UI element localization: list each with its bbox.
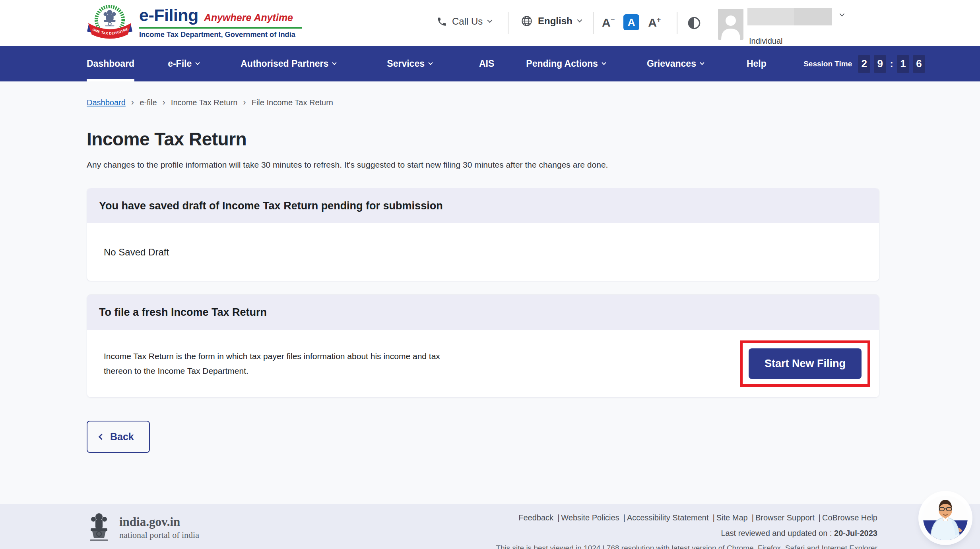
session-digit: 6 xyxy=(913,55,925,73)
person-silhouette-icon xyxy=(718,9,743,40)
ashoka-emblem-icon xyxy=(87,510,111,545)
footer-link-browser-support[interactable]: Browser Support xyxy=(755,513,815,522)
fresh-filing-card-header: To file a fresh Income Tax Return xyxy=(87,295,879,330)
nav-item-help[interactable]: Help xyxy=(747,46,767,81)
font-size-controls: A− A A+ xyxy=(602,14,661,30)
footer-link-accessibility-statement[interactable]: Accessibility Statement xyxy=(627,513,709,522)
brand-name: e-Filing xyxy=(139,6,198,25)
normal-font-button[interactable]: A xyxy=(623,14,639,30)
header-divider xyxy=(593,12,594,34)
nav-item-pending-actions[interactable]: Pending Actions xyxy=(526,46,605,81)
logo-subtitle: Income Tax Department, Government of Ind… xyxy=(139,30,295,39)
income-tax-dept-emblem-icon: INCOME TAX DEPARTMENT xyxy=(87,2,133,43)
globe-icon xyxy=(521,15,533,27)
page-note: Any changes to the profile information w… xyxy=(87,160,980,170)
breadcrumb-file-income-tax-return: File Income Tax Return xyxy=(252,98,333,107)
session-digit: 9 xyxy=(874,55,886,73)
chatbot-launcher[interactable] xyxy=(923,496,968,540)
breadcrumb-separator: › xyxy=(163,97,165,108)
back-button[interactable]: Back xyxy=(87,421,150,453)
language-label: English xyxy=(538,15,572,27)
highlight-annotation-box: Start New Filing xyxy=(740,340,870,387)
breadcrumb: Dashboard › e-file › Income Tax Return ›… xyxy=(87,81,980,108)
user-name-redacted xyxy=(747,8,832,25)
chevron-down-icon xyxy=(700,60,704,65)
footer-links-row: Feedback|Website Policies|Accessibility … xyxy=(496,513,877,522)
brand-tagline: Anywhere Anytime xyxy=(204,12,293,23)
portal-title: india.gov.in xyxy=(119,515,199,529)
page-footer: india.gov.in national portal of india Fe… xyxy=(0,504,980,549)
efiling-portal-page: { "colors": { "nav_blue": "#2d3b8e", "di… xyxy=(0,0,980,549)
last-reviewed-line: Last reviewed and updated on : 20-Jul-20… xyxy=(496,529,877,538)
chevron-down-icon xyxy=(487,17,493,23)
efiling-logo[interactable]: INCOME TAX DEPARTMENT e-Filing Anywhere … xyxy=(87,2,302,43)
breadcrumb-income-tax-return[interactable]: Income Tax Return xyxy=(171,98,238,107)
nav-item-ais[interactable]: AIS xyxy=(479,46,494,81)
chevron-down-icon xyxy=(428,60,433,65)
contrast-icon xyxy=(687,16,701,30)
nav-item-dashboard[interactable]: Dashboard xyxy=(87,46,134,81)
chatbot-assistant-icon xyxy=(923,496,968,540)
footer-link-feedback[interactable]: Feedback xyxy=(518,513,553,522)
chevron-left-icon xyxy=(99,434,105,440)
chevron-down-icon xyxy=(602,60,606,65)
user-role-label: Individual xyxy=(749,37,783,46)
logo-text-block: e-Filing Anywhere Anytime Income Tax Dep… xyxy=(139,6,302,39)
page-title: Income Tax Return xyxy=(87,128,980,150)
main-content: Dashboard › e-file › Income Tax Return ›… xyxy=(0,81,980,453)
portal-subtitle: national portal of india xyxy=(119,530,199,540)
user-menu-chevron-icon[interactable] xyxy=(840,12,845,17)
nav-item-grievances[interactable]: Grievances xyxy=(647,46,704,81)
start-new-filing-button[interactable]: Start New Filing xyxy=(749,348,862,379)
phone-icon xyxy=(437,16,447,27)
nav-item-e-file[interactable]: e-File xyxy=(168,46,199,81)
header-divider xyxy=(508,12,508,34)
footer-link-site-map[interactable]: Site Map xyxy=(716,513,748,522)
session-digit: 1 xyxy=(897,55,909,73)
call-us-menu[interactable]: Call Us xyxy=(437,16,491,27)
top-header: INCOME TAX DEPARTMENT e-Filing Anywhere … xyxy=(0,0,980,46)
saved-draft-card-header: You have saved draft of Income Tax Retur… xyxy=(87,188,879,223)
no-saved-draft-text: No Saved Draft xyxy=(104,247,169,258)
contrast-toggle[interactable] xyxy=(687,16,701,32)
back-button-label: Back xyxy=(110,431,134,443)
session-time-label: Session Time xyxy=(803,60,852,68)
best-viewed-note: This site is best viewed in 1024 | 768 r… xyxy=(496,544,877,549)
user-avatar[interactable] xyxy=(718,9,743,40)
india-gov-in-logo[interactable]: india.gov.in national portal of india xyxy=(87,510,199,545)
session-digit: 2 xyxy=(858,55,870,73)
breadcrumb-separator: › xyxy=(243,97,246,108)
india-gov-in-text: india.gov.in national portal of india xyxy=(119,515,199,540)
footer-link-cobrowse-help[interactable]: CoBrowse Help xyxy=(822,513,877,522)
session-timer: Session Time 2 9 : 1 6 xyxy=(803,55,925,73)
breadcrumb-separator: › xyxy=(131,97,134,108)
nav-item-authorised-partners[interactable]: Authorised Partners xyxy=(241,46,336,81)
chevron-down-icon xyxy=(196,60,200,65)
increase-font-button[interactable]: A+ xyxy=(648,16,661,29)
fresh-filing-card: To file a fresh Income Tax Return Income… xyxy=(87,294,879,398)
call-us-label: Call Us xyxy=(452,16,483,27)
nav-item-services[interactable]: Services xyxy=(387,46,432,81)
saved-draft-card: You have saved draft of Income Tax Retur… xyxy=(87,188,879,281)
saved-draft-card-body: No Saved Draft xyxy=(87,223,879,281)
language-menu[interactable]: English xyxy=(521,15,581,27)
footer-link-website-policies[interactable]: Website Policies xyxy=(561,513,619,522)
breadcrumb-dashboard[interactable]: Dashboard xyxy=(87,98,126,107)
header-divider xyxy=(677,12,677,34)
footer-links-block: Feedback|Website Policies|Accessibility … xyxy=(496,513,877,549)
logo-divider-rule xyxy=(139,27,302,29)
chevron-down-icon xyxy=(332,60,337,65)
decrease-font-button[interactable]: A− xyxy=(602,16,615,29)
fresh-filing-description: Income Tax Return is the form in which t… xyxy=(104,349,440,378)
main-navbar: Dashboard e-File Authorised Partners Ser… xyxy=(0,46,980,81)
fresh-filing-card-body: Income Tax Return is the form in which t… xyxy=(87,330,879,397)
last-reviewed-date: 20-Jul-2023 xyxy=(834,529,877,537)
chevron-down-icon xyxy=(577,17,582,22)
breadcrumb-e-file[interactable]: e-file xyxy=(140,98,157,107)
session-colon: : xyxy=(890,58,893,70)
